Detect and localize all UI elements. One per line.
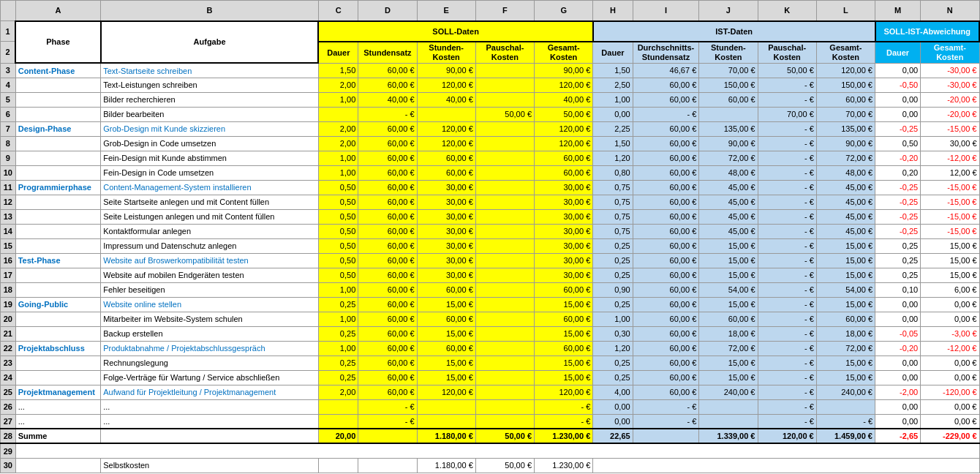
gesamt-kosten-soll-cell: 30,00 € bbox=[535, 195, 593, 209]
dauer-abw-cell: 0,25 bbox=[875, 268, 921, 282]
dauer-ist-cell: 0,75 bbox=[593, 195, 633, 209]
selbstkosten-a bbox=[15, 458, 101, 473]
pauschal-kosten-ist-cell: - € bbox=[758, 399, 816, 414]
table-row: 16Test-PhaseWebsite auf Broswerkompatibi… bbox=[1, 253, 980, 268]
stunden-kosten-ist-cell: 15,00 € bbox=[699, 253, 758, 268]
stunden-kosten-ist-cell: 45,00 € bbox=[699, 195, 758, 209]
gesamt-kosten-abw-cell: -15,00 € bbox=[921, 121, 979, 136]
pauschal-kosten-ist-cell: - € bbox=[758, 312, 816, 326]
gesamt-kosten-ist-cell: 45,00 € bbox=[816, 209, 875, 224]
durchschnitt-ist-cell: 60,00 € bbox=[633, 312, 699, 326]
durchschnitt-ist-cell: - € bbox=[633, 414, 699, 429]
stunden-kosten-ist-cell bbox=[699, 399, 758, 414]
durchschnitt-ist-cell: 60,00 € bbox=[633, 78, 699, 92]
dauer-ist-cell: 0,25 bbox=[593, 253, 633, 268]
table-row: 20Mitarbeiter im Website-System schulen1… bbox=[1, 312, 980, 326]
phase-cell bbox=[15, 151, 101, 165]
gesamt-kosten-soll-cell: 120,00 € bbox=[535, 121, 593, 136]
stunden-kosten-ist-cell: 15,00 € bbox=[699, 356, 758, 370]
row-num: 25 bbox=[1, 385, 16, 399]
dauer-soll-cell bbox=[318, 414, 358, 429]
summe-row: 28 Summe 20,00 1.180,00 € 50,00 € 1.230,… bbox=[1, 429, 980, 443]
durchschnitt-ist-cell: 60,00 € bbox=[633, 151, 699, 165]
stundensatz-soll-cell: 60,00 € bbox=[358, 370, 417, 385]
pauschal-kosten-ist-cell: 50,00 € bbox=[758, 63, 816, 78]
table-row: 21Backup erstellen0,2560,00 €15,00 €15,0… bbox=[1, 326, 980, 341]
phase-cell: Going-Public bbox=[15, 297, 101, 312]
row-num: 14 bbox=[1, 224, 16, 238]
summe-j: 1.339,00 € bbox=[699, 429, 758, 443]
dauer-abw-cell: 0,00 bbox=[875, 107, 921, 121]
durchschnitt-ist-cell: 60,00 € bbox=[633, 136, 699, 151]
durchschnitt-ist-cell: 60,00 € bbox=[633, 92, 699, 107]
table-row: 25ProjektmanagementAufwand für Projektle… bbox=[1, 385, 980, 399]
aufgabe-cell: Text-Leistungen schreiben bbox=[101, 78, 319, 92]
header-row-1: A B C D E F G H I J K L M N bbox=[1, 1, 980, 21]
aufgabe-cell: Seite Leistungen anlegen und mit Content… bbox=[101, 209, 319, 224]
phase-cell bbox=[15, 326, 101, 341]
dauer-soll-cell: 0,50 bbox=[318, 195, 358, 209]
durchschnitt-ist-cell: 60,00 € bbox=[633, 224, 699, 238]
durchschnitt-ist-cell: 46,67 € bbox=[633, 63, 699, 78]
phase-cell: Design-Phase bbox=[15, 121, 101, 136]
aufgabe-cell: Bilder bearbeiten bbox=[101, 107, 319, 121]
row-num: 4 bbox=[1, 78, 16, 92]
pauschal-kosten-soll-cell bbox=[475, 78, 534, 92]
summe-c: 20,00 bbox=[318, 429, 358, 443]
pauschal-kosten-soll-cell bbox=[475, 253, 534, 268]
phase-header: Phase bbox=[15, 21, 101, 64]
durchschnitt-ist-cell: 60,00 € bbox=[633, 297, 699, 312]
dauer-ist-cell: 1,50 bbox=[593, 136, 633, 151]
stundensatz-soll-cell: 60,00 € bbox=[358, 341, 417, 356]
dauer-soll-cell: 0,25 bbox=[318, 297, 358, 312]
phase-cell bbox=[15, 312, 101, 326]
gesamt-kosten-soll-cell: 40,00 € bbox=[535, 92, 593, 107]
pauschal-kosten-soll-cell bbox=[475, 414, 534, 429]
gesamt-kosten-soll-cell: 15,00 € bbox=[535, 326, 593, 341]
gesamt-kosten-soll-cell: 30,00 € bbox=[535, 238, 593, 253]
dauer-ist-header: Dauer bbox=[593, 42, 633, 64]
stundensatz-soll-cell: 60,00 € bbox=[358, 282, 417, 297]
gesamt-kosten-soll-cell: 15,00 € bbox=[535, 370, 593, 385]
row-num: 18 bbox=[1, 282, 16, 297]
aufgabe-cell: Folge-Verträge für Wartung / Service abs… bbox=[101, 370, 319, 385]
stundensatz-soll-cell: 60,00 € bbox=[358, 165, 417, 180]
dauer-abw-cell: 0,00 bbox=[875, 92, 921, 107]
dauer-soll-cell: 1,00 bbox=[318, 92, 358, 107]
pauschal-kosten-soll-cell bbox=[475, 268, 534, 282]
dauer-soll-cell: 1,00 bbox=[318, 282, 358, 297]
gesamt-kosten-abw-cell: 12,00 € bbox=[921, 165, 979, 180]
row-num: 13 bbox=[1, 209, 16, 224]
phase-cell bbox=[15, 209, 101, 224]
gesamt-kosten-ist-cell: 72,00 € bbox=[816, 151, 875, 165]
durchschnitt-ist-cell: - € bbox=[633, 107, 699, 121]
table-row: 8Grob-Design in Code umsetzen2,0060,00 €… bbox=[1, 136, 980, 151]
dauer-ist-cell: 0,25 bbox=[593, 356, 633, 370]
phase-cell bbox=[15, 356, 101, 370]
dauer-soll-cell: 0,25 bbox=[318, 326, 358, 341]
row-num: 12 bbox=[1, 195, 16, 209]
stunden-kosten-ist-cell: 60,00 € bbox=[699, 92, 758, 107]
stunden-kosten-soll-cell: 60,00 € bbox=[417, 282, 475, 297]
stundensatz-soll-cell: 60,00 € bbox=[358, 195, 417, 209]
gesamt-kosten-abw-cell: -20,00 € bbox=[921, 107, 979, 121]
pauschal-kosten-ist-cell: - € bbox=[758, 356, 816, 370]
gesamt-kosten-abw-cell: 30,00 € bbox=[921, 136, 979, 151]
stunden-kosten-soll-cell: 15,00 € bbox=[417, 297, 475, 312]
dauer-ist-cell: 0,00 bbox=[593, 107, 633, 121]
table-row: 5Bilder recherchieren1,0040,00 €40,00 €4… bbox=[1, 92, 980, 107]
stundensatz-soll-cell: - € bbox=[358, 399, 417, 414]
aufgabe-cell: Content-Management-System installieren bbox=[101, 180, 319, 195]
gesamt-kosten-ist-cell: 45,00 € bbox=[816, 195, 875, 209]
phase-cell bbox=[15, 107, 101, 121]
gesamt-kosten-ist-cell: 240,00 € bbox=[816, 385, 875, 399]
dauer-soll-cell: 0,50 bbox=[318, 268, 358, 282]
dauer-abw-cell: 0,00 bbox=[875, 399, 921, 414]
row-num: 17 bbox=[1, 268, 16, 282]
dauer-abw-cell: -0,25 bbox=[875, 209, 921, 224]
aufgabe-cell: Produktabnahme / Projektabschlussgespräc… bbox=[101, 341, 319, 356]
durchschnitt-ist-cell: 60,00 € bbox=[633, 253, 699, 268]
gesamt-kosten-soll-cell: 30,00 € bbox=[535, 224, 593, 238]
dauer-abw-cell: -0,25 bbox=[875, 195, 921, 209]
row-1-num: 1 bbox=[1, 21, 16, 42]
